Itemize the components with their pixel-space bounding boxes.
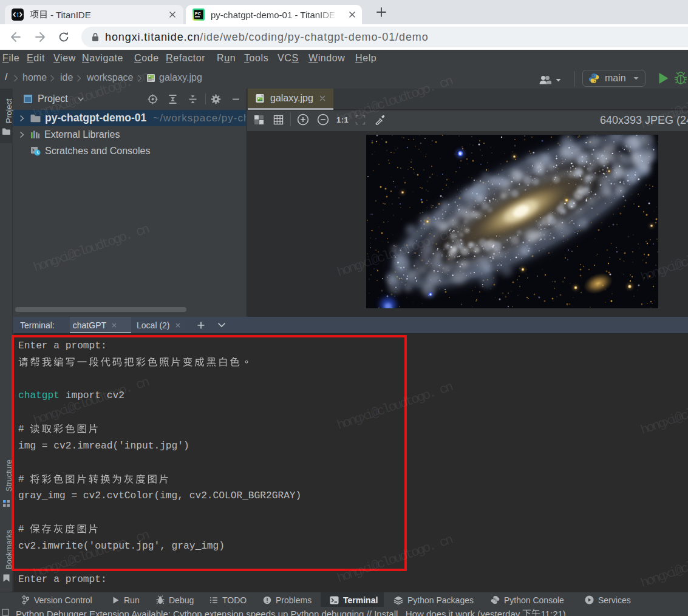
svg-text:t: t xyxy=(16,11,18,18)
svg-text:PC: PC xyxy=(195,12,201,16)
